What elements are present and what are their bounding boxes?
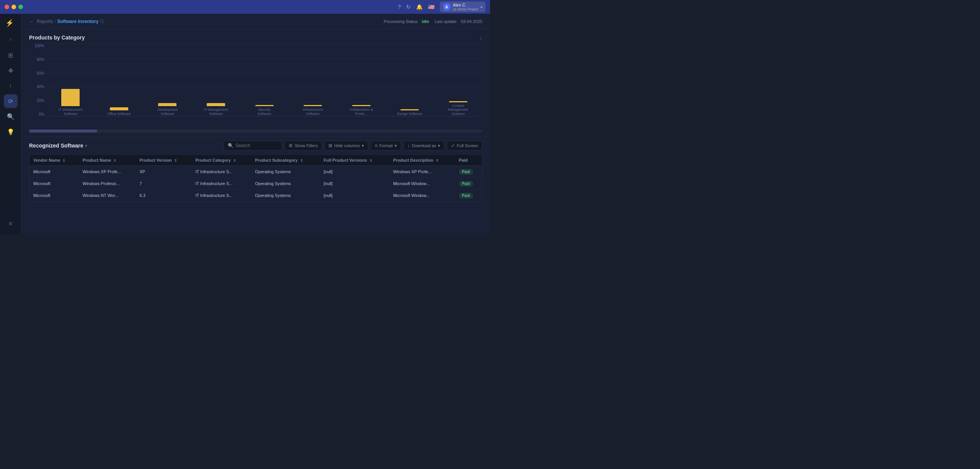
chart-download-icon[interactable]: ↓ (480, 34, 482, 41)
cell-1-4: Operating Systems (251, 178, 320, 190)
user-dropdown-icon: ▾ (480, 5, 482, 9)
bar-group-6[interactable]: Collaboration & Produ... (337, 44, 385, 116)
sort-category-icon: ⇕ (233, 159, 236, 162)
chart-area: 100% 80% 60% 40% 20% 0% IT Infrastructur… (29, 44, 482, 128)
breadcrumb-reports[interactable]: Reports (37, 19, 53, 24)
hide-columns-button[interactable]: ⊞ Hide columns ▾ (324, 141, 368, 151)
breadcrumb-info-icon[interactable]: ⓘ (100, 18, 104, 24)
col-paid[interactable]: Paid (455, 155, 482, 166)
bar-group-7[interactable]: Design Software (385, 44, 434, 116)
cell-0-5: [null] (320, 166, 389, 178)
svg-text:⚡: ⚡ (5, 19, 14, 27)
sort-product-icon: ⇕ (113, 159, 116, 162)
bar-2[interactable] (158, 103, 176, 106)
y-label-0: 0% (29, 112, 44, 116)
bar-label-3: IT Management Software (203, 108, 229, 116)
cell-2-0: Microsoft (29, 190, 79, 202)
bar-0[interactable] (61, 89, 80, 106)
bar-group-4[interactable]: Security Software (240, 44, 289, 116)
sidebar-item-dashboard[interactable]: ⊞ (4, 48, 18, 62)
bar-8[interactable] (449, 101, 467, 102)
sidebar-item-export[interactable]: ↑ (4, 79, 18, 93)
user-menu[interactable]: A Alex C. 🗂 Demo Project ▾ (440, 2, 485, 12)
table-row[interactable]: MicrosoftWindows Professi...7IT Infrastr… (29, 178, 482, 190)
table-section: Recognized Software ▾ 🔍 ⚙ Show Filters ⊞… (21, 137, 490, 235)
cell-0-1: Windows XP Profe... (79, 166, 136, 178)
bar-1[interactable] (110, 107, 128, 110)
chart-section: Products by Category ↓ 100% 80% 60% 4 (21, 29, 490, 137)
traffic-light-red[interactable] (5, 5, 9, 9)
traffic-light-yellow[interactable] (11, 5, 16, 9)
col-subcategory[interactable]: Product Subcategory ⇕ (251, 155, 320, 166)
sidebar-item-reports[interactable]: ⟳ (4, 94, 18, 108)
avatar: A (443, 3, 451, 11)
cell-2-3: IT Infrastructure S... (191, 190, 251, 202)
download-icon: ↓ (408, 143, 410, 148)
bar-3[interactable] (207, 103, 225, 106)
search-box[interactable]: 🔍 (224, 141, 282, 151)
bar-group-5[interactable]: Infrastructure Software (289, 44, 337, 116)
y-label-100: 100% (29, 44, 44, 48)
cell-0-0: Microsoft (29, 166, 79, 178)
section-title-arrow[interactable]: ▾ (85, 144, 87, 148)
col-version[interactable]: Product Version ⇕ (136, 155, 191, 166)
col-product[interactable]: Product Name ⇕ (79, 155, 136, 166)
paid-badge: Paid (459, 181, 473, 187)
show-filters-button[interactable]: ⚙ Show Filters (284, 141, 322, 151)
chart-scroll-thumb[interactable] (29, 130, 97, 133)
flag-icon[interactable]: 🇺🇸 (428, 4, 434, 10)
help-icon[interactable]: ? (398, 4, 401, 10)
full-screen-button[interactable]: ⤢ Full Screen (447, 141, 482, 151)
download-as-button[interactable]: ↓ Download as ▾ (403, 141, 445, 151)
bar-label-0: IT Infrastructure Software (57, 108, 84, 116)
chart-scrollbar[interactable] (29, 130, 482, 133)
app-logo[interactable]: ⚡ (5, 18, 16, 28)
processing-status: Processing Status Idle Last update 03-04… (384, 19, 482, 24)
bell-icon[interactable]: 🔔 (416, 4, 423, 10)
bar-group-2[interactable]: Development Software (143, 44, 192, 116)
bar-group-1[interactable]: Office Software (95, 44, 144, 116)
col-vendor[interactable]: Vendor Name ⇕ (29, 155, 79, 166)
bar-group-8[interactable]: Content Management Systems (434, 44, 483, 116)
col-description[interactable]: Product Description ⇕ (389, 155, 455, 166)
sidebar-item-modules[interactable]: ❖ (4, 64, 18, 77)
sort-subcategory-icon: ⇕ (300, 159, 303, 162)
bar-7[interactable] (400, 109, 419, 110)
bar-label-5: Infrastructure Software (299, 108, 326, 116)
bar-4[interactable] (255, 105, 274, 106)
sidebar-item-search[interactable]: 🔍 (4, 110, 18, 123)
sidebar-item-insights[interactable]: 💡 (4, 125, 18, 139)
format-button[interactable]: ≡ Format ▾ (371, 141, 401, 151)
cell-2-6: Microsoft Window... (389, 190, 455, 202)
sidebar: ⚡ › ⊞ ❖ ↑ ⟳ 🔍 💡 ≡ (0, 14, 21, 235)
cell-0-2: XP (136, 166, 191, 178)
col-category[interactable]: Product Category ⇕ (191, 155, 251, 166)
table-head: Vendor Name ⇕ Product Name ⇕ Product Ver… (29, 155, 482, 166)
sort-vendor-icon: ⇕ (62, 159, 65, 162)
chart-y-labels: 100% 80% 60% 40% 20% 0% (29, 44, 44, 116)
cell-0-7: Paid (455, 166, 482, 178)
sidebar-item-menu[interactable]: ≡ (4, 217, 18, 231)
traffic-light-green[interactable] (18, 5, 23, 9)
status-value: Idle (422, 19, 429, 24)
table-row[interactable]: MicrosoftWindows NT Wor...6.3IT Infrastr… (29, 190, 482, 202)
sidebar-toggle-button[interactable]: › (5, 34, 16, 44)
chart-header: Products by Category ↓ (29, 34, 482, 41)
back-button[interactable]: ← (29, 18, 34, 25)
cell-1-7: Paid (455, 178, 482, 190)
breadcrumb-current: Software Inventory (57, 19, 98, 24)
refresh-icon[interactable]: ↻ (406, 4, 411, 10)
bar-6[interactable] (352, 105, 371, 106)
cell-1-6: Microsoft Window... (389, 178, 455, 190)
columns-icon: ⊞ (328, 143, 332, 148)
search-input[interactable] (236, 143, 278, 148)
bar-group-0[interactable]: IT Infrastructure Software (46, 44, 95, 116)
bar-5[interactable] (304, 105, 322, 106)
bar-group-3[interactable]: IT Management Software (192, 44, 240, 116)
cell-0-6: Windows XP Profe... (389, 166, 455, 178)
table-wrapper: Vendor Name ⇕ Product Name ⇕ Product Ver… (29, 154, 482, 202)
col-full-versions[interactable]: Full Product Versions ⇕ (320, 155, 389, 166)
sort-version-icon: ⇕ (174, 159, 177, 162)
table-row[interactable]: MicrosoftWindows XP Profe...XPIT Infrast… (29, 166, 482, 178)
cell-1-3: IT Infrastructure S... (191, 178, 251, 190)
